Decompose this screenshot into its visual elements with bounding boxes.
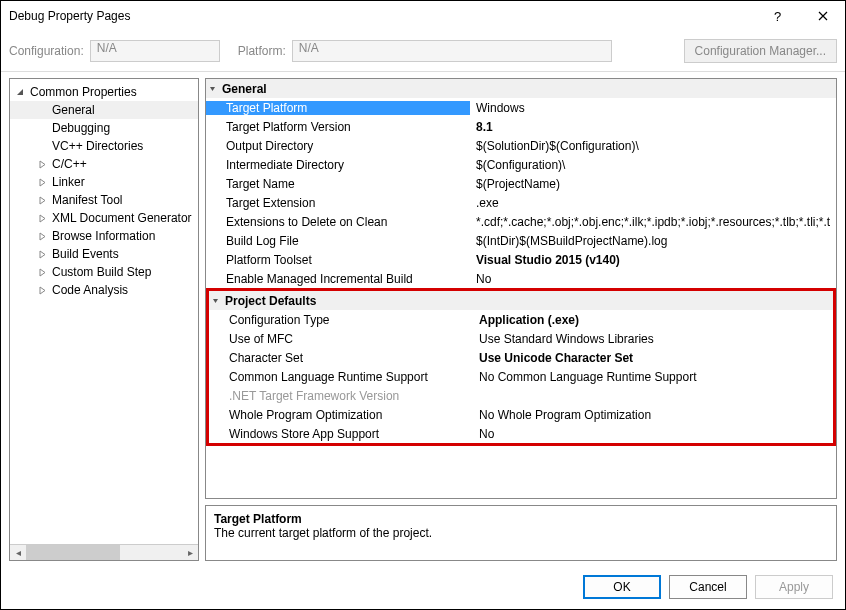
tree-body: Common Properties GeneralDebuggingVC++ D… — [10, 79, 198, 544]
property-row[interactable]: Target Platform Version8.1 — [206, 117, 836, 136]
expand-icon[interactable] — [38, 214, 50, 223]
expand-icon[interactable] — [38, 196, 50, 205]
right-panel: GeneralTarget PlatformWindowsTarget Plat… — [205, 78, 837, 561]
expand-icon[interactable] — [38, 286, 50, 295]
property-value[interactable]: Use Standard Windows Libraries — [473, 332, 833, 346]
property-value[interactable]: 8.1 — [470, 120, 836, 134]
property-name: Character Set — [209, 351, 473, 365]
property-value[interactable]: Windows — [470, 101, 836, 115]
tree-item-build-events[interactable]: Build Events — [10, 245, 198, 263]
property-value[interactable]: No — [473, 427, 833, 441]
configuration-select[interactable]: N/A — [90, 40, 220, 62]
property-name: Build Log File — [206, 234, 470, 248]
tree-item-code-analysis[interactable]: Code Analysis — [10, 281, 198, 299]
property-value[interactable]: Visual Studio 2015 (v140) — [470, 253, 836, 267]
property-value[interactable]: $(Configuration)\ — [470, 158, 836, 172]
dialog-buttons: OK Cancel Apply — [1, 565, 845, 609]
property-value[interactable]: Application (.exe) — [473, 313, 833, 327]
scroll-left-icon[interactable]: ◂ — [10, 547, 26, 558]
expand-icon[interactable] — [38, 250, 50, 259]
scroll-thumb[interactable] — [26, 545, 120, 560]
property-row[interactable]: Common Language Runtime SupportNo Common… — [209, 367, 833, 386]
tree-horizontal-scrollbar[interactable]: ◂ ▸ — [10, 544, 198, 560]
tree-item-label: XML Document Generator — [50, 211, 192, 225]
category-name: Project Defaults — [225, 294, 316, 308]
property-row[interactable]: Windows Store App SupportNo — [209, 424, 833, 443]
close-icon — [818, 11, 828, 21]
property-value[interactable]: No — [470, 272, 836, 286]
property-name: Windows Store App Support — [209, 427, 473, 441]
close-button[interactable] — [800, 1, 845, 31]
property-grid: GeneralTarget PlatformWindowsTarget Plat… — [205, 78, 837, 499]
scroll-track[interactable] — [26, 545, 182, 560]
tree-item-general[interactable]: General — [10, 101, 198, 119]
configuration-manager-button[interactable]: Configuration Manager... — [684, 39, 837, 63]
category-header[interactable]: General — [206, 79, 836, 98]
property-value[interactable]: .exe — [470, 196, 836, 210]
category-tree: Common Properties GeneralDebuggingVC++ D… — [9, 78, 199, 561]
help-button[interactable]: ? — [755, 1, 800, 31]
property-value[interactable]: $(IntDir)$(MSBuildProjectName).log — [470, 234, 836, 248]
property-value[interactable]: $(ProjectName) — [470, 177, 836, 191]
property-value[interactable]: $(SolutionDir)$(Configuration)\ — [470, 139, 836, 153]
expand-icon[interactable] — [38, 160, 50, 169]
tree-item-debugging[interactable]: Debugging — [10, 119, 198, 137]
property-row[interactable]: Configuration TypeApplication (.exe) — [209, 310, 833, 329]
property-value[interactable]: Use Unicode Character Set — [473, 351, 833, 365]
tree-item-label: General — [50, 103, 95, 117]
tree-item-linker[interactable]: Linker — [10, 173, 198, 191]
tree-item-label: Linker — [50, 175, 85, 189]
property-row[interactable]: Target PlatformWindows — [206, 98, 836, 117]
property-row[interactable]: Whole Program OptimizationNo Whole Progr… — [209, 405, 833, 424]
property-row[interactable]: Character SetUse Unicode Character Set — [209, 348, 833, 367]
expand-icon[interactable] — [38, 268, 50, 277]
tree-item-xml-document-generator[interactable]: XML Document Generator — [10, 209, 198, 227]
scroll-right-icon[interactable]: ▸ — [182, 547, 198, 558]
property-row[interactable]: Target Name$(ProjectName) — [206, 174, 836, 193]
property-row[interactable]: Enable Managed Incremental BuildNo — [206, 269, 836, 288]
titlebar-controls: ? — [755, 1, 845, 31]
property-row[interactable]: Use of MFCUse Standard Windows Libraries — [209, 329, 833, 348]
tree-item-manifest-tool[interactable]: Manifest Tool — [10, 191, 198, 209]
collapse-icon[interactable] — [16, 88, 28, 97]
property-name: Target Extension — [206, 196, 470, 210]
category-general: GeneralTarget PlatformWindowsTarget Plat… — [206, 79, 836, 288]
expand-icon[interactable] — [38, 178, 50, 187]
tree-item-custom-build-step[interactable]: Custom Build Step — [10, 263, 198, 281]
tree-item-label: Custom Build Step — [50, 265, 151, 279]
expand-icon[interactable] — [38, 232, 50, 241]
ok-button[interactable]: OK — [583, 575, 661, 599]
tree-item-label: Browse Information — [50, 229, 155, 243]
property-name: Common Language Runtime Support — [209, 370, 473, 384]
property-row[interactable]: Output Directory$(SolutionDir)$(Configur… — [206, 136, 836, 155]
property-value[interactable]: *.cdf;*.cache;*.obj;*.obj.enc;*.ilk;*.ip… — [470, 215, 836, 229]
tree-item-label: Debugging — [50, 121, 110, 135]
property-row[interactable]: Platform ToolsetVisual Studio 2015 (v140… — [206, 250, 836, 269]
tree-root-common-properties[interactable]: Common Properties — [10, 83, 198, 101]
collapse-icon[interactable] — [208, 84, 222, 93]
property-row[interactable]: Intermediate Directory$(Configuration)\ — [206, 155, 836, 174]
property-row[interactable]: .NET Target Framework Version — [209, 386, 833, 405]
property-value[interactable]: No Whole Program Optimization — [473, 408, 833, 422]
property-row[interactable]: Target Extension.exe — [206, 193, 836, 212]
tree-item-browse-information[interactable]: Browse Information — [10, 227, 198, 245]
property-row[interactable]: Build Log File$(IntDir)$(MSBuildProjectN… — [206, 231, 836, 250]
cancel-button[interactable]: Cancel — [669, 575, 747, 599]
tree-root-label: Common Properties — [28, 85, 137, 99]
tree-item-c-c-[interactable]: C/C++ — [10, 155, 198, 173]
property-value[interactable]: No Common Language Runtime Support — [473, 370, 833, 384]
property-name: Use of MFC — [209, 332, 473, 346]
configuration-value: N/A — [97, 41, 117, 55]
property-name: Whole Program Optimization — [209, 408, 473, 422]
collapse-icon[interactable] — [211, 296, 225, 305]
category-header[interactable]: Project Defaults — [209, 291, 833, 310]
apply-button[interactable]: Apply — [755, 575, 833, 599]
main-area: Common Properties GeneralDebuggingVC++ D… — [1, 72, 845, 565]
property-name: Platform Toolset — [206, 253, 470, 267]
property-row[interactable]: Extensions to Delete on Clean*.cdf;*.cac… — [206, 212, 836, 231]
platform-select[interactable]: N/A — [292, 40, 612, 62]
property-name: Target Name — [206, 177, 470, 191]
configuration-bar: Configuration: N/A Platform: N/A Configu… — [1, 31, 845, 72]
tree-item-label: Code Analysis — [50, 283, 128, 297]
tree-item-vc-directories[interactable]: VC++ Directories — [10, 137, 198, 155]
